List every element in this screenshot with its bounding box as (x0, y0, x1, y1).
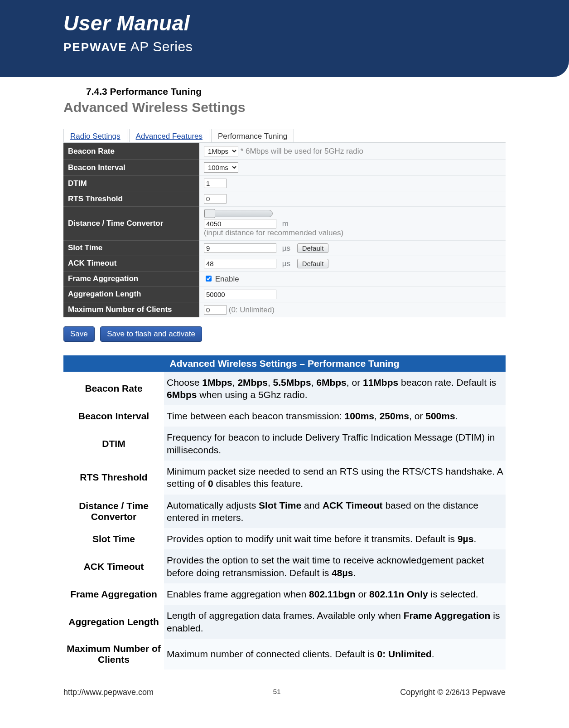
settings-table: Beacon Rate 1Mbps * 6Mbps will be used f… (63, 143, 506, 317)
desc-body-distance: Automatically adjusts Slot Time and ACK … (164, 495, 506, 529)
label-agg-length: Aggregation Length (63, 286, 199, 302)
checkbox-frame-agg[interactable] (206, 276, 212, 281)
save-activate-button[interactable]: Save to flash and activate (100, 326, 202, 342)
desc-body-frame-agg: Enables frame aggregation when 802.11bgn… (164, 583, 506, 605)
slider-thumb[interactable] (204, 209, 215, 218)
note-beacon-rate: * 6Mbps will be used for 5GHz radio (241, 147, 363, 155)
enable-label: Enable (215, 275, 239, 283)
section-heading: 7.4.3 Performance Tuning (86, 86, 506, 97)
hint-distance: (input distance for recommended values) (204, 228, 343, 237)
label-max-clients: Maximum Number of Clients (63, 302, 199, 317)
footer-copyright: Copyright © 2/26/13 Pepwave (400, 688, 506, 697)
input-distance[interactable] (204, 219, 276, 228)
desc-body-slot-time: Provides option to modify unit wait time… (164, 528, 506, 549)
default-ack-timeout-button[interactable]: Default (297, 259, 329, 268)
series-name: AP Series (127, 39, 193, 54)
page-number: 51 (273, 688, 281, 697)
description-table: Beacon Rate Choose 1Mbps, 2Mbps, 5.5Mbps… (63, 372, 506, 670)
desc-label-agg-length: Aggregation Length (63, 605, 164, 639)
slider-distance[interactable] (204, 210, 273, 217)
label-frame-agg: Frame Aggregation (63, 271, 199, 286)
input-dtim[interactable] (204, 179, 227, 188)
desc-label-distance: Distance / Time Convertor (63, 495, 164, 529)
desc-body-ack-timeout: Provides the option to set the wait time… (164, 549, 506, 583)
unit-distance: m (282, 219, 289, 228)
save-button[interactable]: Save (63, 326, 95, 342)
input-slot-time[interactable] (204, 243, 276, 253)
desc-label-beacon-interval: Beacon Interval (63, 405, 164, 427)
input-ack-timeout[interactable] (204, 259, 276, 268)
desc-label-slot-time: Slot Time (63, 528, 164, 549)
hint-max-clients: (0: Unlimited) (229, 306, 275, 314)
input-rts[interactable] (204, 194, 227, 204)
label-slot-time: Slot Time (63, 240, 199, 256)
desc-body-beacon-interval: Time between each beacon transmission: 1… (164, 405, 506, 427)
desc-header: Advanced Wireless Settings – Performance… (63, 355, 506, 372)
tab-advanced-features[interactable]: Advanced Features (129, 129, 209, 142)
desc-label-rts: RTS Threshold (63, 461, 164, 495)
desc-body-dtim: Frequency for beacon to include Delivery… (164, 427, 506, 461)
page-footer: http://www.pepwave.com 51 Copyright © 2/… (0, 670, 569, 711)
doc-title: User Manual (63, 11, 569, 35)
brand-name: PEPWAVE (63, 40, 127, 54)
unit-ack-timeout: µs (282, 259, 290, 268)
select-beacon-rate[interactable]: 1Mbps (204, 146, 238, 156)
desc-label-frame-agg: Frame Aggregation (63, 583, 164, 605)
advanced-title: Advanced Wireless Settings (63, 100, 506, 115)
doc-banner: User Manual PEPWAVE AP Series (0, 0, 569, 77)
desc-body-beacon-rate: Choose 1Mbps, 2Mbps, 5.5Mbps, 6Mbps, or … (164, 372, 506, 406)
footer-url: http://www.pepwave.com (63, 688, 154, 697)
default-slot-time-button[interactable]: Default (297, 243, 329, 253)
desc-body-agg-length: Length of aggregation data frames. Avail… (164, 605, 506, 639)
tab-performance-tuning[interactable]: Performance Tuning (211, 129, 294, 142)
input-agg-length[interactable] (204, 290, 276, 299)
desc-label-max-clients: Maximum Number of Clients (63, 639, 164, 670)
label-distance: Distance / Time Convertor (63, 207, 199, 241)
desc-body-max-clients: Maximum number of connected clients. Def… (164, 639, 506, 670)
label-beacon-rate: Beacon Rate (63, 143, 199, 160)
desc-body-rts: Minimum packet size needed to send an RT… (164, 461, 506, 495)
doc-subtitle: PEPWAVE AP Series (63, 39, 569, 54)
label-ack-timeout: ACK Timeout (63, 256, 199, 271)
desc-label-beacon-rate: Beacon Rate (63, 372, 164, 406)
save-row: Save Save to flash and activate (63, 326, 506, 342)
desc-label-ack-timeout: ACK Timeout (63, 549, 164, 583)
tab-bar: Radio Settings Advanced Features Perform… (63, 129, 506, 143)
unit-slot-time: µs (282, 244, 290, 252)
select-beacon-interval[interactable]: 100ms (204, 162, 238, 173)
input-max-clients[interactable] (204, 305, 227, 315)
desc-label-dtim: DTIM (63, 427, 164, 461)
label-beacon-interval: Beacon Interval (63, 160, 199, 176)
tab-radio-settings[interactable]: Radio Settings (63, 129, 127, 142)
label-dtim: DTIM (63, 176, 199, 191)
label-rts: RTS Threshold (63, 191, 199, 207)
